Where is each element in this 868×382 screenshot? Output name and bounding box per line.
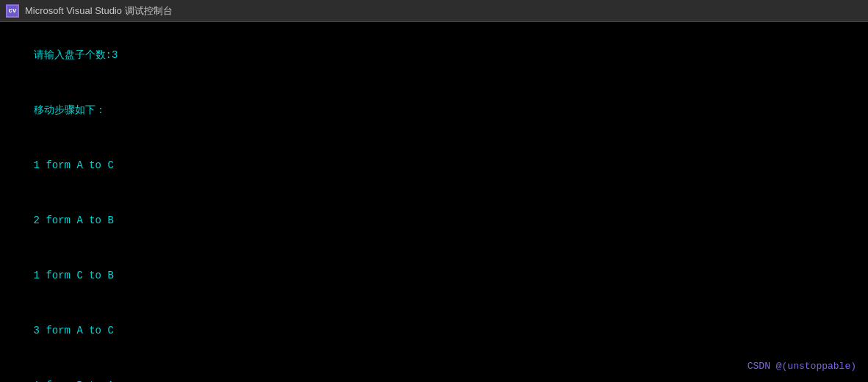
watermark-text: CSDN @(unstoppable) xyxy=(748,361,856,372)
app-icon: cv xyxy=(6,4,19,18)
step-2-text: 2 form A to B xyxy=(34,215,114,226)
prompt-line: 请输入盘子个数:3 xyxy=(9,28,859,83)
title-bar: cv Microsoft Visual Studio 调试控制台 xyxy=(0,0,868,22)
step-4-line: 3 form A to C xyxy=(9,303,859,358)
steps-header-text: 移动步骤如下： xyxy=(34,104,106,116)
step-3-text: 1 form C to B xyxy=(34,270,114,281)
step-4-text: 3 form A to C xyxy=(34,325,114,336)
app-icon-label: cv xyxy=(9,7,17,15)
step-1-text: 1 form A to C xyxy=(34,159,114,171)
window-title: Microsoft Visual Studio 调试控制台 xyxy=(25,4,173,18)
step-5-line: 1 form B to A xyxy=(9,358,859,382)
prompt-text: 请输入盘子个数:3 xyxy=(34,49,118,61)
step-1-line: 1 form A to C xyxy=(9,138,859,193)
console-output: 请输入盘子个数:3 移动步骤如下： 1 form A to C 2 form A… xyxy=(0,22,868,382)
step-2-line: 2 form A to B xyxy=(9,193,859,248)
steps-header-line: 移动步骤如下： xyxy=(9,83,859,138)
step-3-line: 1 form C to B xyxy=(9,248,859,303)
watermark: CSDN @(unstoppable) xyxy=(748,359,856,374)
